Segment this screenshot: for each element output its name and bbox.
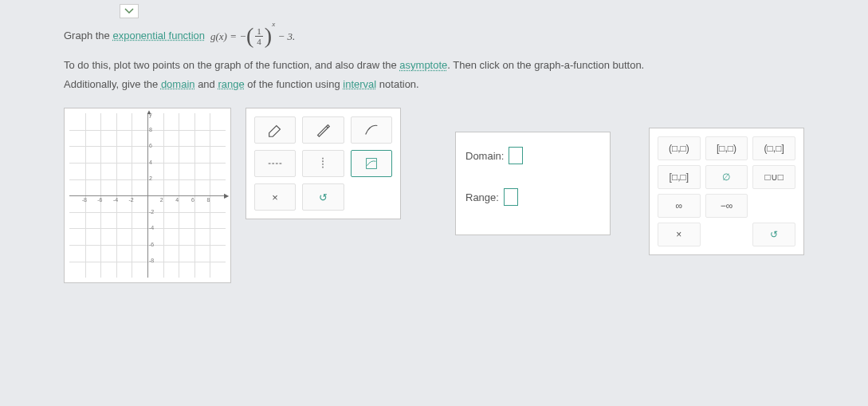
- link-domain[interactable]: domain: [161, 78, 195, 90]
- formula: g(x) = −(14)x − 3.: [208, 16, 295, 56]
- eraser-tool[interactable]: [254, 116, 296, 144]
- range-label: Range:: [465, 191, 499, 203]
- interval-open-closed[interactable]: (□,□]: [752, 136, 795, 160]
- range-input[interactable]: [504, 188, 518, 206]
- domain-label: Domain:: [465, 150, 504, 162]
- domain-range-panel: Domain: Range:: [455, 132, 611, 235]
- link-interval[interactable]: interval: [343, 78, 376, 90]
- problem-statement: Graph the exponential function g(x) = −(…: [64, 16, 804, 93]
- union[interactable]: □∪□: [752, 165, 795, 189]
- interval-closed-closed[interactable]: [□,□]: [658, 165, 701, 189]
- tool-palette: × ↺: [245, 108, 401, 219]
- link-range[interactable]: range: [218, 78, 244, 90]
- interval-closed-open[interactable]: [□,□): [705, 136, 748, 160]
- domain-input[interactable]: [509, 147, 523, 164]
- segment-tool[interactable]: [302, 150, 344, 177]
- symbol-palette: (□,□) [□,□) (□,□] [□,□] ∅ □∪□ ∞ −∞ × ↺: [649, 128, 804, 255]
- svg-rect-2: [366, 159, 376, 169]
- graph-function-tool[interactable]: [351, 150, 392, 177]
- infinity[interactable]: ∞: [658, 194, 701, 218]
- symbol-reset[interactable]: ↺: [752, 223, 795, 246]
- interval-open-open[interactable]: (□,□): [658, 136, 701, 160]
- graph-canvas[interactable]: y ▲ ▶ -8 -6 -4 -2 2 4 6 8 8 6 4 2 -2 -4 …: [64, 108, 231, 283]
- asymptote-tool[interactable]: [254, 150, 296, 177]
- point-tool[interactable]: [302, 116, 344, 144]
- neg-infinity[interactable]: −∞: [705, 194, 748, 218]
- symbol-clear[interactable]: ×: [658, 223, 701, 246]
- link-asymptote[interactable]: asymptote: [399, 59, 447, 71]
- curve-tool[interactable]: [351, 116, 392, 144]
- empty-set[interactable]: ∅: [705, 165, 748, 189]
- reset-button[interactable]: ↺: [302, 183, 344, 211]
- link-exponential[interactable]: exponential function: [112, 30, 205, 41]
- clear-button[interactable]: ×: [254, 183, 296, 211]
